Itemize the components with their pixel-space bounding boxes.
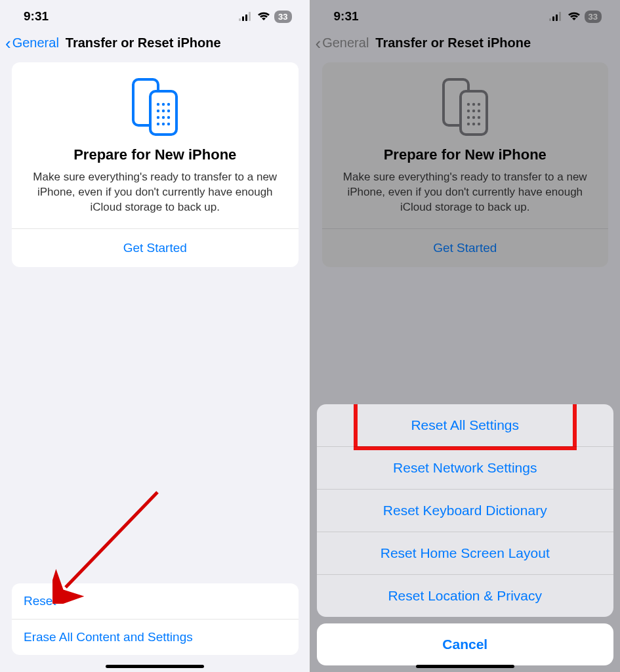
svg-point-10 xyxy=(162,110,165,112)
reset-row[interactable]: Reset xyxy=(12,583,299,619)
reset-home-screen-layout[interactable]: Reset Home Screen Layout xyxy=(317,532,614,574)
svg-rect-2 xyxy=(245,14,247,21)
home-indicator xyxy=(106,665,204,668)
reset-keyboard-dictionary[interactable]: Reset Keyboard Dictionary xyxy=(317,489,614,532)
card-title: Prepare for New iPhone xyxy=(24,146,287,163)
chevron-left-icon: ‹ xyxy=(5,37,11,50)
erase-row[interactable]: Erase All Content and Settings xyxy=(12,619,299,655)
svg-rect-3 xyxy=(249,12,251,21)
svg-point-12 xyxy=(157,116,159,119)
svg-point-16 xyxy=(162,123,165,125)
svg-point-6 xyxy=(157,103,159,106)
screenshot-right: 9:31 33 xyxy=(310,0,621,672)
devices-icon xyxy=(24,78,287,136)
svg-point-7 xyxy=(162,103,165,106)
back-button[interactable]: ‹ General xyxy=(5,35,59,51)
action-sheet: Reset All Settings Reset Network Setting… xyxy=(317,404,614,665)
home-indicator xyxy=(416,665,514,668)
nav-header: ‹ General Transfer or Reset iPhone xyxy=(0,28,310,62)
svg-point-8 xyxy=(167,103,170,106)
svg-point-17 xyxy=(167,123,170,125)
reset-location-privacy[interactable]: Reset Location & Privacy xyxy=(317,574,614,617)
prepare-card: Prepare for New iPhone Make sure everyth… xyxy=(12,62,299,267)
page-title: Transfer or Reset iPhone xyxy=(66,35,221,51)
battery-icon: 33 xyxy=(274,10,291,23)
wifi-icon xyxy=(257,12,270,21)
status-time: 9:31 xyxy=(24,9,49,24)
back-label: General xyxy=(12,35,59,51)
screenshot-left: 9:31 33 ‹ General xyxy=(0,0,310,672)
get-started-button[interactable]: Get Started xyxy=(12,228,299,267)
card-description: Make sure everything's ready to transfer… xyxy=(24,170,287,215)
svg-point-11 xyxy=(167,110,170,112)
svg-point-13 xyxy=(162,116,165,119)
svg-point-15 xyxy=(157,123,159,125)
svg-rect-5 xyxy=(150,91,176,135)
reset-network-settings[interactable]: Reset Network Settings xyxy=(317,446,614,489)
reset-all-settings[interactable]: Reset All Settings xyxy=(354,404,577,450)
cancel-button[interactable]: Cancel xyxy=(317,623,614,665)
bottom-options: Reset Erase All Content and Settings xyxy=(12,583,299,655)
svg-point-9 xyxy=(157,110,159,112)
svg-rect-1 xyxy=(242,16,244,21)
svg-point-14 xyxy=(167,116,170,119)
svg-rect-0 xyxy=(239,18,241,21)
status-bar: 9:31 33 xyxy=(0,0,310,28)
cellular-icon xyxy=(239,12,253,21)
